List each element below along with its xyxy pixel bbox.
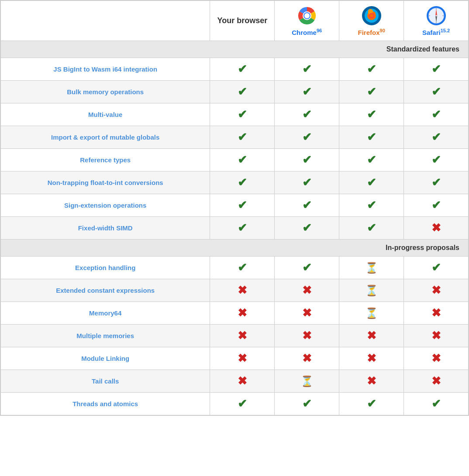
table-row: JS BigInt to Wasm i64 integration ✔ ✔ ✔ … bbox=[1, 58, 469, 81]
chrome-header: Chrome96 bbox=[275, 1, 339, 41]
check-icon: ✔ bbox=[238, 153, 247, 166]
firefox-cell: ✖ bbox=[339, 325, 404, 347]
cross-icon: ✖ bbox=[302, 329, 312, 342]
firefox-cell: ✔ bbox=[339, 194, 404, 217]
table-body: Standardized features JS BigInt to Wasm … bbox=[1, 41, 469, 415]
svg-point-4 bbox=[304, 13, 310, 18]
your-browser-cell: ✖ bbox=[210, 325, 275, 347]
table-row: Multi-value ✔ ✔ ✔ ✔ bbox=[1, 103, 469, 126]
chrome-cell: ✔ bbox=[275, 149, 339, 171]
chrome-cell: ✖ bbox=[275, 279, 339, 302]
cross-icon: ✖ bbox=[431, 352, 441, 365]
check-icon: ✔ bbox=[367, 108, 376, 121]
feature-name: Non-trapping float-to-int conversions bbox=[1, 171, 210, 194]
safari-cell: ✔ bbox=[404, 103, 469, 126]
cross-icon: ✖ bbox=[431, 329, 441, 342]
chrome-cell: ✖ bbox=[275, 302, 339, 325]
firefox-cell: ✖ bbox=[339, 347, 404, 370]
check-icon: ✔ bbox=[431, 85, 441, 98]
safari-cell: ✔ bbox=[404, 58, 469, 81]
chrome-cell: ✔ bbox=[275, 58, 339, 81]
cross-icon: ✖ bbox=[302, 284, 312, 297]
firefox-header: Firefox90 bbox=[339, 1, 404, 41]
chrome-version: 96 bbox=[317, 28, 322, 33]
check-icon: ✔ bbox=[238, 261, 247, 274]
table-row: Fixed-width SIMD ✔ ✔ ✔ ✖ bbox=[1, 217, 469, 240]
chrome-icon bbox=[297, 5, 317, 26]
your-browser-cell: ✖ bbox=[210, 279, 275, 302]
check-icon: ✔ bbox=[367, 85, 376, 98]
firefox-name: Firefox90 bbox=[358, 28, 385, 36]
your-browser-cell: ✔ bbox=[210, 393, 275, 415]
check-icon: ✔ bbox=[431, 130, 441, 144]
your-browser-cell: ✔ bbox=[210, 257, 275, 279]
check-icon: ✔ bbox=[238, 130, 247, 144]
hourglass-icon: ⏳ bbox=[365, 284, 378, 296]
table-row: Import & export of mutable globals ✔ ✔ ✔… bbox=[1, 126, 469, 149]
feature-name: Multi-value bbox=[1, 103, 210, 126]
table-row: Module Linking ✖ ✖ ✖ ✖ bbox=[1, 347, 469, 370]
chrome-cell: ⏳ bbox=[275, 370, 339, 393]
check-icon: ✔ bbox=[238, 108, 247, 121]
your-browser-cell: ✔ bbox=[210, 81, 275, 103]
check-icon: ✔ bbox=[431, 199, 441, 212]
check-icon: ✔ bbox=[367, 153, 376, 166]
feature-name: Extended constant expressions bbox=[1, 279, 210, 302]
cross-icon: ✖ bbox=[431, 221, 441, 234]
safari-name: Safari15.2 bbox=[422, 28, 450, 36]
safari-cell: ✔ bbox=[404, 194, 469, 217]
feature-name: Import & export of mutable globals bbox=[1, 126, 210, 149]
feature-name: Module Linking bbox=[1, 347, 210, 370]
your-browser-header: Your browser bbox=[210, 1, 275, 41]
firefox-cell: ✔ bbox=[339, 103, 404, 126]
cross-icon: ✖ bbox=[302, 306, 312, 319]
chrome-cell: ✔ bbox=[275, 194, 339, 217]
safari-cell: ✔ bbox=[404, 81, 469, 103]
table-row: Extended constant expressions ✖ ✖ ⏳ ✖ bbox=[1, 279, 469, 302]
safari-cell: ✔ bbox=[404, 149, 469, 171]
firefox-cell: ⏳ bbox=[339, 279, 404, 302]
your-browser-cell: ✔ bbox=[210, 58, 275, 81]
chrome-cell: ✔ bbox=[275, 257, 339, 279]
check-icon: ✔ bbox=[238, 199, 247, 212]
cross-icon: ✖ bbox=[302, 352, 312, 365]
table-row: Sign-extension operations ✔ ✔ ✔ ✔ bbox=[1, 194, 469, 217]
chrome-cell: ✔ bbox=[275, 81, 339, 103]
firefox-cell: ✔ bbox=[339, 58, 404, 81]
hourglass-icon: ⏳ bbox=[365, 262, 378, 274]
check-icon: ✔ bbox=[431, 153, 441, 166]
check-icon: ✔ bbox=[238, 397, 247, 410]
safari-cell: ✔ bbox=[404, 257, 469, 279]
your-browser-cell: ✖ bbox=[210, 302, 275, 325]
check-icon: ✔ bbox=[302, 176, 312, 189]
section-title: In-progress proposals bbox=[1, 240, 469, 257]
check-icon: ✔ bbox=[238, 62, 247, 75]
safari-cell: ✖ bbox=[404, 347, 469, 370]
feature-name: Threads and atomics bbox=[1, 393, 210, 415]
cross-icon: ✖ bbox=[431, 306, 441, 319]
feature-name: JS BigInt to Wasm i64 integration bbox=[1, 58, 210, 81]
your-browser-cell: ✖ bbox=[210, 347, 275, 370]
chrome-name: Chrome96 bbox=[292, 28, 322, 36]
check-icon: ✔ bbox=[431, 62, 441, 75]
feature-name: Sign-extension operations bbox=[1, 194, 210, 217]
table-row: Non-trapping float-to-int conversions ✔ … bbox=[1, 171, 469, 194]
cross-icon: ✖ bbox=[367, 374, 376, 387]
hourglass-icon: ⏳ bbox=[300, 375, 314, 387]
firefox-cell: ✔ bbox=[339, 217, 404, 240]
header-row: Your browser bbox=[1, 1, 469, 41]
cross-icon: ✖ bbox=[431, 374, 441, 387]
section-header-1: In-progress proposals bbox=[1, 240, 469, 257]
table-row: Multiple memories ✖ ✖ ✖ ✖ bbox=[1, 325, 469, 347]
table-row: Reference types ✔ ✔ ✔ ✔ bbox=[1, 149, 469, 171]
feature-name: Exception handling bbox=[1, 257, 210, 279]
table-row: Bulk memory operations ✔ ✔ ✔ ✔ bbox=[1, 81, 469, 103]
cross-icon: ✖ bbox=[431, 284, 441, 297]
firefox-icon bbox=[361, 5, 382, 26]
safari-cell: ✖ bbox=[404, 279, 469, 302]
check-icon: ✔ bbox=[431, 176, 441, 189]
cross-icon: ✖ bbox=[367, 329, 376, 342]
cross-icon: ✖ bbox=[238, 329, 247, 342]
safari-cell: ✔ bbox=[404, 393, 469, 415]
table-row: Threads and atomics ✔ ✔ ✔ ✔ bbox=[1, 393, 469, 415]
